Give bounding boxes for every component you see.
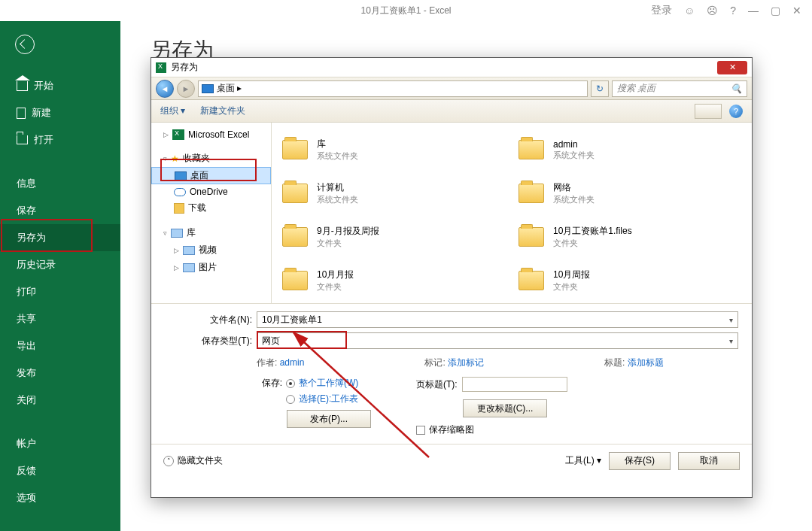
change-title-button[interactable]: 更改标题(C)... [463,399,547,417]
folder-icon [519,271,544,290]
desktop-icon [202,84,214,93]
dialog-form: 文件名(N): 10月工资账单1▾ 保存类型(T): 网页▾ 作者: admin… [151,303,752,444]
nav-back-button[interactable]: ◄ [156,80,174,98]
file-item[interactable]: admin系统文件夹 [515,129,744,171]
title-value[interactable]: 添加标题 [628,357,664,368]
chevron-right-icon: ▷ [174,247,179,254]
file-subtitle: 文件夹 [553,281,590,293]
file-item[interactable]: 网络系统文件夹 [515,172,744,214]
dialog-close-button[interactable]: ✕ [717,61,747,74]
sidebar-item-info[interactable]: 信息 [0,170,120,197]
file-item[interactable]: 计算机系统文件夹 [279,172,508,214]
chevron-down-icon: ▿ [163,155,167,162]
chevron-right-icon: ▷ [163,131,169,138]
file-item[interactable]: 10月工资账单1.files文件夹 [515,216,744,258]
help-icon[interactable]: ? [730,5,736,17]
folder-icon [282,140,308,159]
desktop-icon [175,171,187,181]
tree-favorites[interactable]: ▿★收藏夹 [151,150,271,167]
radio-label: 整个工作簿(W) [299,377,358,390]
file-name: 计算机 [317,181,358,194]
sidebar-item-feedback[interactable]: 反馈 [0,457,120,484]
sidebar-item-options[interactable]: 选项 [0,484,120,511]
file-item[interactable]: 9月-月报及周报文件夹 [279,216,508,258]
filename-input[interactable]: 10月工资账单1▾ [257,311,738,328]
new-folder-button[interactable]: 新建文件夹 [200,105,245,117]
sidebar-item-new[interactable]: 新建 [0,99,120,126]
tag-value[interactable]: 添加标记 [448,357,484,368]
file-item[interactable]: 10月周报文件夹 [515,259,744,302]
sidebar-label: 打开 [34,133,53,147]
tree-desktop[interactable]: 桌面 [151,167,271,184]
file-item[interactable]: 库系统文件夹 [279,129,508,171]
sidebar-item-save[interactable]: 保存 [0,197,120,224]
organize-menu[interactable]: 组织 ▾ [160,105,185,117]
file-subtitle: 系统文件夹 [317,150,358,162]
face-smile-icon[interactable]: ☺ [684,5,695,17]
hide-folders-toggle[interactable]: ˄ 隐藏文件夹 [163,454,223,467]
refresh-button[interactable]: ↻ [591,80,609,97]
sidebar-item-start[interactable]: 开始 [0,72,120,99]
sidebar-item-saveas[interactable]: 另存为 [0,224,120,251]
close-button[interactable]: ✕ [792,5,801,17]
tree-pictures[interactable]: ▷图片 [151,259,271,276]
pagetitle-label: 页标题(T): [416,378,458,391]
login-link[interactable]: 登录 [651,4,672,17]
view-mode-button[interactable] [695,104,722,119]
sidebar-item-share[interactable]: 共享 [0,305,120,332]
publish-button[interactable]: 发布(P)... [287,410,371,428]
tree-onedrive[interactable]: OneDrive [151,184,271,199]
sidebar-item-publish[interactable]: 发布 [0,360,120,387]
filetype-label: 保存类型(T): [199,335,252,347]
minimize-button[interactable]: — [748,5,759,17]
author-value[interactable]: admin [280,357,305,368]
tree-downloads[interactable]: 下载 [151,199,271,217]
file-item[interactable]: 10月月报文件夹 [279,259,508,302]
save-selection-radio[interactable]: 选择(E):工作表 [257,393,371,405]
dialog-toolbar: 组织 ▾ 新建文件夹 ? [151,100,752,123]
file-name: 10月工资账单1.files [553,225,632,238]
tree-excel[interactable]: ▷Microsoft Excel [151,127,271,142]
sidebar-item-open[interactable]: 打开 [0,126,120,153]
tree-libraries[interactable]: ▿库 [151,224,271,241]
file-subtitle: 系统文件夹 [553,150,595,161]
author-label: 作者: [257,357,277,368]
tree-videos[interactable]: ▷视频 [151,241,271,259]
file-subtitle: 文件夹 [317,238,379,249]
pagetitle-input[interactable] [462,377,567,392]
file-subtitle: 系统文件夹 [317,194,358,205]
file-name: 10月月报 [317,269,354,281]
thumbnail-checkbox[interactable]: 保存缩略图 [416,423,567,436]
help-button[interactable]: ? [729,105,743,118]
file-subtitle: 文件夹 [553,238,632,249]
tree-label: 桌面 [190,169,208,182]
save-label: 保存: [257,377,282,390]
checkbox-icon [416,426,425,435]
sidebar-item-export[interactable]: 导出 [0,332,120,360]
tree-label: 库 [187,226,196,239]
picture-icon [183,263,195,272]
breadcrumb[interactable]: 桌面 ▸ [198,80,588,97]
search-input[interactable]: 搜索 桌面 🔍 [612,80,747,97]
document-icon [17,108,26,119]
sidebar-label: 发布 [17,366,36,380]
back-button[interactable] [15,35,35,54]
hide-folders-label: 隐藏文件夹 [178,454,223,467]
sidebar-label: 导出 [17,339,36,353]
folder-icon [282,227,308,247]
nav-forward-button[interactable]: ► [177,80,195,98]
filetype-select[interactable]: 网页▾ [257,332,738,349]
sidebar-label: 打印 [17,285,36,299]
dialog-navbar: ◄ ► 桌面 ▸ ↻ 搜索 桌面 🔍 [151,77,752,100]
save-button[interactable]: 保存(S) [609,452,671,470]
save-whole-radio[interactable]: 保存: 整个工作簿(W) [257,377,371,390]
sidebar-item-account[interactable]: 帐户 [0,430,120,457]
sidebar-item-close[interactable]: 关闭 [0,387,120,414]
tools-menu[interactable]: 工具(L) ▾ [565,454,601,467]
maximize-button[interactable]: ▢ [771,5,780,17]
cancel-button[interactable]: 取消 [678,452,740,470]
arrow-right-icon: ► [182,84,190,93]
sidebar-item-print[interactable]: 打印 [0,278,120,305]
face-sad-icon[interactable]: ☹ [707,5,718,17]
sidebar-item-history[interactable]: 历史记录 [0,251,120,278]
